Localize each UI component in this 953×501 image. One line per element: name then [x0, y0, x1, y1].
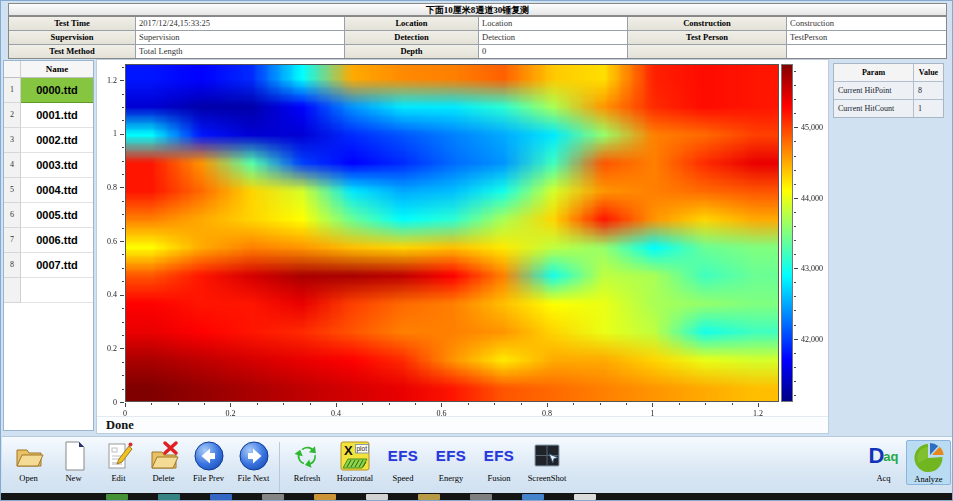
file-list-item[interactable]: 4 0003.ttd	[4, 153, 93, 178]
construction-label: Construction	[628, 17, 786, 30]
test-method-label: Test Method	[9, 45, 135, 58]
daq-logo-icon: Daq	[868, 440, 900, 472]
detection-value: Detection	[479, 31, 627, 44]
fusion-button[interactable]: EFS Fusion	[475, 440, 523, 483]
file-list-item[interactable]: 3 0002.ttd	[4, 128, 93, 153]
efs-speed-icon: EFS	[387, 440, 419, 472]
param-value: 8	[914, 82, 943, 99]
file-name-header: Name	[21, 61, 93, 78]
depth-value: 0	[479, 45, 627, 58]
param-name: Current HitPoint	[834, 82, 913, 99]
depth-label: Depth	[345, 45, 478, 58]
file-list-empty-row	[4, 278, 93, 303]
file-prev-button[interactable]: File Prev	[186, 440, 231, 483]
test-time-label: Test Time	[9, 17, 135, 30]
supervision-label: Supervision	[9, 31, 135, 44]
taskbar-app-icon[interactable]	[106, 494, 128, 500]
pie-chart-icon	[913, 441, 945, 473]
file-list-item[interactable]: 6 0005.ttd	[4, 203, 93, 228]
file-list-item[interactable]: 2 0001.ttd	[4, 103, 93, 128]
window-title: 下面10厘米8通道30锤复测	[8, 3, 947, 16]
arrow-right-circle-icon	[238, 440, 270, 472]
toolbar-separator	[279, 442, 280, 492]
energy-button[interactable]: EFS Energy	[427, 440, 475, 483]
screenshot-button[interactable]: ScreenShot	[523, 440, 571, 483]
taskbar-app-icon[interactable]	[314, 494, 336, 500]
file-list-header: Name	[4, 61, 93, 78]
file-index-header	[4, 61, 21, 78]
new-button[interactable]: New	[51, 440, 96, 483]
param-name: Current HitCount	[834, 100, 913, 117]
taskbar-app-icon[interactable]	[418, 494, 440, 500]
test-person-label: Test Person	[628, 31, 786, 44]
delete-folder-icon	[148, 440, 180, 472]
efs-energy-icon: EFS	[435, 440, 467, 472]
edit-icon	[103, 440, 135, 472]
test-time-value: 2017/12/24,15:33:25	[136, 17, 344, 30]
taskbar-app-icon[interactable]	[210, 494, 232, 500]
acq-button[interactable]: Daq Acq	[861, 440, 906, 483]
status-bar: Done	[97, 416, 828, 433]
refresh-arrows-icon	[291, 440, 323, 472]
open-button[interactable]: Open	[6, 440, 51, 483]
empty-value	[787, 45, 946, 58]
status-text: Done	[106, 418, 134, 432]
empty-label	[628, 45, 786, 58]
taskbar	[1, 493, 952, 500]
test-info-table: Test Time 2017/12/24,15:33:25 Location L…	[8, 16, 947, 59]
param-table: Param Value Current HitPoint 8 Current H…	[833, 63, 944, 118]
test-person-value: TestPerson	[787, 31, 946, 44]
screen-grid-cursor-icon	[531, 440, 563, 472]
analyze-button[interactable]: Analyze	[906, 440, 951, 485]
location-value: Location	[479, 17, 627, 30]
open-folder-icon	[13, 440, 45, 472]
file-next-button[interactable]: File Next	[231, 440, 276, 483]
param-value: 1	[914, 100, 943, 117]
taskbar-app-icon[interactable]	[366, 494, 388, 500]
value-col-header: Value	[914, 64, 943, 81]
file-list-item[interactable]: 1 0000.ttd	[4, 78, 93, 103]
efs-fusion-icon: EFS	[483, 440, 515, 472]
file-list-item[interactable]: 5 0004.ttd	[4, 178, 93, 203]
speed-button[interactable]: EFS Speed	[379, 440, 427, 483]
param-col-header: Param	[834, 64, 913, 81]
x-plot-icon: X plot	[339, 440, 371, 472]
refresh-button[interactable]: Refresh	[283, 440, 331, 483]
file-list-panel: Name 1 0000.ttd 2 0001.ttd 3 0002.ttd 4 …	[3, 60, 94, 431]
taskbar-app-icon[interactable]	[574, 494, 596, 500]
detection-label: Detection	[345, 31, 478, 44]
heatmap-canvas[interactable]	[97, 60, 830, 416]
heatmap-panel: Done	[96, 59, 829, 434]
test-method-value: Total Length	[136, 45, 344, 58]
toolbar: Open New	[2, 436, 953, 495]
taskbar-app-icon[interactable]	[522, 494, 544, 500]
svg-text:plot: plot	[357, 445, 368, 453]
file-list-item[interactable]: 8 0007.ttd	[4, 253, 93, 278]
horizontal-button[interactable]: X plot Horizontal	[331, 440, 379, 483]
taskbar-app-icon[interactable]	[470, 494, 492, 500]
location-label: Location	[345, 17, 478, 30]
svg-text:X: X	[344, 443, 353, 458]
edit-button[interactable]: Edit	[96, 440, 141, 483]
taskbar-app-icon[interactable]	[158, 494, 180, 500]
construction-value: Construction	[787, 17, 946, 30]
supervision-value: Supervision	[136, 31, 344, 44]
file-list-item[interactable]: 7 0006.ttd	[4, 228, 93, 253]
delete-button[interactable]: Delete	[141, 440, 186, 483]
arrow-left-circle-icon	[193, 440, 225, 472]
new-file-icon	[58, 440, 90, 472]
app-window: 下面10厘米8通道30锤复测 Test Time 2017/12/24,15:3…	[0, 0, 953, 501]
taskbar-app-icon[interactable]	[262, 494, 284, 500]
